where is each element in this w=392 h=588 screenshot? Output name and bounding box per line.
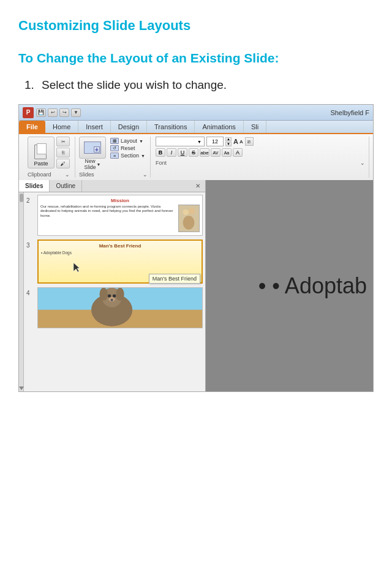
clipboard-group: Paste ✂ ⎘ 🖌 Clipboard ⌄: [23, 137, 75, 178]
main-slide-view: • • Adoptab: [206, 180, 373, 391]
slide-item-2: 2 Mission Our rescue, rehabilitation and…: [26, 195, 203, 236]
clipboard-label: Clipboard: [28, 172, 51, 178]
svg-point-2: [183, 216, 195, 230]
slide-thumb-3[interactable]: Man's Best Friend • Adoptable Dogs: [37, 239, 203, 284]
paste-label: Paste: [34, 160, 48, 167]
char-spacing-button[interactable]: AV: [211, 148, 221, 157]
font-size-up-button[interactable]: ▲: [225, 137, 232, 141]
new-slide-label[interactable]: New Slide ▼: [85, 159, 101, 170]
font-color-button[interactable]: A: [233, 148, 243, 157]
font-size-input[interactable]: 12: [206, 137, 224, 146]
save-icon[interactable]: 💾: [36, 108, 46, 117]
tab-insert[interactable]: Insert: [78, 121, 111, 133]
slide3-title: Man's Best Friend: [41, 243, 199, 249]
ribbon-body: Paste ✂ ⎘ 🖌 Clipboard ⌄: [19, 134, 373, 180]
tab-home[interactable]: Home: [45, 121, 78, 133]
svg-point-14: [111, 299, 113, 301]
customize-icon[interactable]: ▼: [71, 108, 81, 117]
panel-tab-outline[interactable]: Outline: [50, 180, 82, 192]
slide-options: ▦ Layout ▼ ↺ Reset ≡ Section ▼: [108, 137, 148, 160]
slide-thumb-2[interactable]: Mission Our rescue, rehabilitation and r…: [37, 195, 203, 236]
main-slide-text: • • Adoptab: [258, 273, 367, 299]
aa-icons: A A: [233, 138, 243, 145]
slides-expand-icon[interactable]: ⌄: [143, 172, 148, 178]
clipboard-expand-icon[interactable]: ⌄: [65, 172, 70, 178]
section-icon: ≡: [110, 153, 119, 159]
clipboard-small-btns: ✂ ⎘ 🖌: [56, 137, 70, 168]
paste-icon: [32, 142, 50, 159]
slide2-content: Mission Our rescue, rehabilitation and r…: [38, 195, 202, 235]
titlebar-text: Shelbyfield F: [330, 109, 369, 116]
undo-icon[interactable]: ↩: [48, 108, 58, 117]
change-case-button[interactable]: Aa: [222, 148, 232, 157]
tab-animations[interactable]: Animations: [195, 121, 243, 133]
layout-label: Layout: [121, 138, 137, 144]
bullet-point: •: [258, 273, 266, 298]
slides-group: + New Slide ▼ ▦ Layout ▼: [77, 137, 151, 178]
slide2-text: Our rescue, rehabilitation and re-homing…: [40, 205, 177, 232]
layout-option[interactable]: ▦ Layout ▼: [110, 138, 145, 144]
font-shrink-icon[interactable]: A: [239, 139, 243, 145]
bold-button[interactable]: B: [156, 148, 165, 157]
shadow-button[interactable]: abe: [200, 148, 209, 157]
copy-button[interactable]: ⎘: [56, 148, 70, 157]
format-painter-button[interactable]: 🖌: [56, 159, 70, 168]
slide-num-3: 3: [26, 242, 35, 249]
panel-tabs: Slides Outline ✕: [19, 180, 205, 192]
slides-panel-body: 2 Mission Our rescue, rehabilitation and…: [19, 192, 205, 391]
new-slide-icon: +: [84, 141, 101, 154]
section-label: Section: [121, 153, 139, 159]
slide2-image: [178, 205, 200, 232]
new-slide-btn-group: + New Slide ▼: [79, 137, 106, 170]
font-row-1: ▼ 12 ▲ ▼ A A ⎚: [156, 137, 365, 146]
svg-point-10: [116, 288, 124, 301]
reset-label: Reset: [121, 145, 135, 151]
tab-more[interactable]: Sli: [244, 121, 266, 133]
svg-point-9: [100, 288, 108, 301]
strikethrough-button[interactable]: S: [189, 148, 198, 157]
font-family-value: [159, 138, 195, 145]
step-1-number: 1.: [24, 77, 42, 94]
new-slide-dropdown-icon[interactable]: ▼: [96, 162, 100, 167]
slide-main-content: • Adoptab: [272, 273, 367, 298]
font-formatting-row: B I U S abe AV Aa A: [156, 148, 365, 157]
slide-thumb-4[interactable]: [37, 287, 203, 328]
clear-format-button[interactable]: ⎚: [245, 137, 254, 146]
svg-point-12: [108, 295, 111, 298]
tab-design[interactable]: Design: [111, 121, 147, 133]
font-size-arrows: ▲ ▼: [225, 137, 232, 146]
font-family-dropdown[interactable]: ▼: [156, 137, 205, 146]
slide2-title: Mission: [40, 198, 200, 203]
svg-point-3: [183, 209, 189, 215]
slides-panel: Slides Outline ✕ 2: [19, 180, 206, 391]
reset-option[interactable]: ↺ Reset: [110, 145, 145, 151]
section-dropdown-icon: ▼: [141, 154, 145, 158]
tab-file[interactable]: File: [19, 121, 45, 133]
ribbon-tabs: File Home Insert Design Transitions Anim…: [19, 121, 373, 134]
slides-list: 2 Mission Our rescue, rehabilitation and…: [24, 192, 205, 391]
ppt-main-area: Slides Outline ✕ 2: [19, 180, 373, 391]
layout-dropdown-icon: ▼: [139, 139, 143, 143]
slide-num-2: 2: [26, 197, 35, 204]
italic-button[interactable]: I: [167, 148, 176, 157]
clipboard-content: Paste ✂ ⎘ 🖌: [28, 137, 70, 170]
slides-group-label: Slides: [79, 172, 94, 178]
font-size-down-button[interactable]: ▼: [225, 142, 232, 146]
font-grow-icon[interactable]: A: [233, 138, 238, 145]
cut-button[interactable]: ✂: [56, 137, 70, 146]
section-option[interactable]: ≡ Section ▼: [110, 153, 145, 159]
panel-tab-slides[interactable]: Slides: [19, 180, 50, 192]
new-slide-button[interactable]: +: [79, 137, 106, 159]
paste-button[interactable]: Paste: [28, 137, 55, 168]
underline-button[interactable]: U: [178, 148, 187, 157]
svg-point-1: [188, 208, 195, 214]
slides-group-content: + New Slide ▼ ▦ Layout ▼: [79, 137, 148, 170]
titlebar-left: P 💾 ↩ ↪ ▼: [23, 107, 81, 118]
slide3-bullet: • Adoptable Dogs: [41, 251, 199, 255]
font-expand-icon[interactable]: ⌄: [360, 160, 365, 166]
redo-icon[interactable]: ↪: [59, 108, 69, 117]
main-title: Customizing Slide Layouts: [18, 17, 374, 35]
slides-scrollbar[interactable]: [19, 192, 24, 391]
tab-transitions[interactable]: Transitions: [147, 121, 195, 133]
panel-close-button[interactable]: ✕: [190, 180, 205, 192]
